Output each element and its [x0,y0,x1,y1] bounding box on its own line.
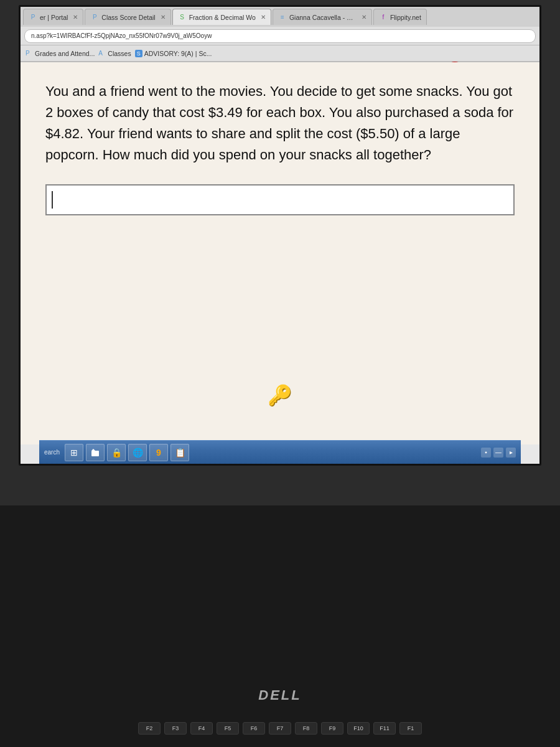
key-f6[interactable]: F6 [243,722,265,735]
tab-class-score-label: Class Score Detail [101,14,155,21]
tab-gianna-label: Gianna Cacavella - Frac [289,14,357,21]
sys-icon-1: ▪ [481,448,491,458]
folder-icon [91,448,100,457]
answer-input-box[interactable] [45,184,515,215]
tab-class-score-icon: P [90,13,99,22]
bookmark-classes-icon: A [98,50,106,57]
bookmark-grades-label: Grades and Attend... [35,50,95,57]
tab-fraction-icon: S [178,13,187,22]
key-f11[interactable]: F11 [373,722,396,735]
bookmarks-bar: P Grades and Attend... A Classes S ADVIS… [21,45,539,62]
bookmark-advisory[interactable]: S ADVISORY: 9(A) | Sc... [135,50,212,57]
tab-flippity[interactable]: f Flippity.net [373,9,427,25]
tab-fraction-close[interactable]: ✕ [261,14,266,21]
taskbar: earch ⊞ 🔒 🌐 9 📋 ▪ — ▸ [39,440,521,464]
tab-flippity-icon: f [379,13,388,22]
tab-portal-icon: P [29,13,37,22]
key-f3[interactable]: F3 [164,722,187,735]
svg-rect-0 [91,451,99,456]
tab-fraction[interactable]: S Fraction & Decimal Wo ✕ [172,9,271,25]
tab-portal-label: er | Portal [40,14,68,21]
taskbar-btn-files[interactable] [86,444,105,461]
fn-key-row: F2 F3 F4 F5 F6 F7 F8 F9 F10 F11 F1 [138,722,422,735]
tab-gianna[interactable]: ≡ Gianna Cacavella - Frac ✕ [273,9,372,25]
search-label: earch [44,449,60,456]
key-f4[interactable]: F4 [190,722,213,735]
taskbar-btn-lock[interactable]: 🔒 [107,444,126,461]
bookmark-grades[interactable]: P Grades and Attend... [26,50,95,57]
tab-bar: P er | Portal ✕ P Class Score Detail ✕ S… [21,7,539,27]
browser-screen: P er | Portal ✕ P Class Score Detail ✕ S… [19,5,541,466]
tab-class-score[interactable]: P Class Score Detail ✕ [85,9,170,25]
tab-fraction-label: Fraction & Decimal Wo [189,14,256,21]
browser-chrome: P er | Portal ✕ P Class Score Detail ✕ S… [21,7,539,62]
question-text: You and a friend went to the movies. You… [45,81,515,166]
key-icon: 🔑 [268,383,292,407]
advisory-badge-icon: S [135,50,142,57]
tab-portal-close[interactable]: ✕ [73,14,78,21]
keyboard-area: DELL F2 F3 F4 F5 F6 F7 F8 F9 F10 F11 [0,510,560,747]
sys-icon-3: ▸ [506,448,516,458]
tab-portal[interactable]: P er | Portal ✕ [23,9,83,25]
tab-gianna-close[interactable]: ✕ [362,14,366,21]
key-f10[interactable]: F10 [347,722,370,735]
text-cursor [52,191,53,209]
bookmark-grades-icon: P [26,50,33,57]
taskbar-btn-clipboard[interactable]: 📋 [170,444,189,461]
key-f7[interactable]: F7 [269,722,291,735]
tab-class-score-close[interactable]: ✕ [161,14,166,21]
taskbar-btn-9[interactable]: 9 [149,444,168,461]
taskbar-btn-browser[interactable]: 🌐 [128,444,147,461]
page-content: You and a friend went to the movies. You… [21,62,539,444]
key-f12[interactable]: F1 [399,722,422,735]
bookmark-advisory-label: ADVISORY: 9(A) | Sc... [144,50,212,57]
tab-gianna-icon: ≡ [278,13,287,22]
address-text: n.asp?k=1WIRBACfFf-z5QpjNAzo_nx55fONr07w… [31,32,212,39]
taskbar-btn-windows[interactable]: ⊞ [65,444,83,461]
bookmark-classes-label: Classes [108,50,131,57]
key-f9[interactable]: F9 [321,722,343,735]
sys-icon-2: — [493,448,503,458]
bookmark-classes[interactable]: A Classes [98,50,131,57]
key-f8[interactable]: F8 [295,722,317,735]
tab-flippity-label: Flippity.net [390,14,421,21]
key-f5[interactable]: F5 [217,722,239,735]
taskbar-system-tray: ▪ — ▸ [481,448,516,458]
address-bar-row: n.asp?k=1WIRBACfFf-z5QpjNAzo_nx55fONr07w… [21,27,539,45]
address-input[interactable]: n.asp?k=1WIRBACfFf-z5QpjNAzo_nx55fONr07w… [24,29,536,43]
dell-logo: DELL [258,687,301,703]
key-f2[interactable]: F2 [138,722,161,735]
